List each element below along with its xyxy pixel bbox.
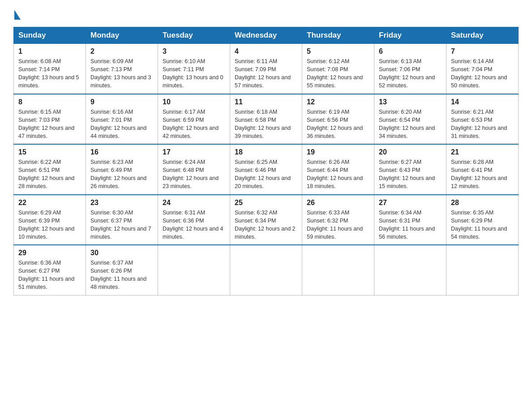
day-info: Sunrise: 6:14 AMSunset: 7:04 PMDaylight:…	[451, 57, 514, 90]
day-number: 10	[163, 98, 225, 106]
day-info: Sunrise: 6:28 AMSunset: 6:41 PMDaylight:…	[451, 158, 514, 191]
calendar-day-cell: 12Sunrise: 6:19 AMSunset: 6:56 PMDayligh…	[302, 94, 374, 145]
day-number: 3	[163, 47, 225, 56]
day-info: Sunrise: 6:30 AMSunset: 6:37 PMDaylight:…	[90, 209, 153, 241]
day-info: Sunrise: 6:21 AMSunset: 6:53 PMDaylight:…	[451, 108, 514, 141]
calendar-week-row: 1Sunrise: 6:08 AMSunset: 7:14 PMDaylight…	[14, 44, 519, 94]
day-number: 15	[18, 148, 81, 156]
calendar-day-cell: 26Sunrise: 6:33 AMSunset: 6:32 PMDayligh…	[302, 195, 374, 245]
day-number: 5	[307, 47, 369, 56]
weekday-header-wednesday: Wednesday	[230, 27, 302, 44]
day-number: 19	[307, 148, 369, 156]
calendar-day-cell: 29Sunrise: 6:36 AMSunset: 6:27 PMDayligh…	[14, 245, 86, 295]
day-info: Sunrise: 6:20 AMSunset: 6:54 PMDaylight:…	[379, 108, 442, 141]
calendar-day-cell: 30Sunrise: 6:37 AMSunset: 6:26 PMDayligh…	[86, 245, 158, 295]
calendar-day-cell: 16Sunrise: 6:23 AMSunset: 6:49 PMDayligh…	[86, 144, 158, 195]
day-info: Sunrise: 6:36 AMSunset: 6:27 PMDaylight:…	[18, 259, 81, 291]
calendar-week-row: 15Sunrise: 6:22 AMSunset: 6:51 PMDayligh…	[14, 144, 519, 195]
day-info: Sunrise: 6:34 AMSunset: 6:31 PMDaylight:…	[379, 209, 442, 241]
day-number: 8	[18, 98, 81, 106]
day-number: 22	[18, 199, 81, 207]
weekday-header-thursday: Thursday	[302, 27, 374, 44]
calendar-day-cell: 22Sunrise: 6:29 AMSunset: 6:39 PMDayligh…	[14, 195, 86, 245]
calendar-day-cell	[158, 245, 230, 295]
day-info: Sunrise: 6:15 AMSunset: 7:03 PMDaylight:…	[18, 108, 81, 141]
calendar-day-cell: 10Sunrise: 6:17 AMSunset: 6:59 PMDayligh…	[158, 94, 230, 145]
calendar-day-cell: 27Sunrise: 6:34 AMSunset: 6:31 PMDayligh…	[374, 195, 446, 245]
day-info: Sunrise: 6:13 AMSunset: 7:06 PMDaylight:…	[379, 57, 442, 90]
day-number: 13	[379, 98, 442, 106]
calendar-day-cell: 21Sunrise: 6:28 AMSunset: 6:41 PMDayligh…	[446, 144, 519, 195]
day-number: 1	[18, 47, 81, 56]
day-number: 7	[451, 47, 514, 56]
calendar-day-cell	[446, 245, 519, 295]
day-info: Sunrise: 6:10 AMSunset: 7:11 PMDaylight:…	[163, 57, 225, 90]
day-info: Sunrise: 6:24 AMSunset: 6:48 PMDaylight:…	[163, 158, 225, 191]
calendar-day-cell: 13Sunrise: 6:20 AMSunset: 6:54 PMDayligh…	[374, 94, 446, 145]
day-info: Sunrise: 6:26 AMSunset: 6:44 PMDaylight:…	[307, 158, 369, 191]
day-number: 17	[163, 148, 225, 156]
calendar-week-row: 22Sunrise: 6:29 AMSunset: 6:39 PMDayligh…	[14, 195, 519, 245]
day-number: 28	[451, 199, 514, 207]
day-number: 21	[451, 148, 514, 156]
day-number: 18	[235, 148, 297, 156]
day-info: Sunrise: 6:33 AMSunset: 6:32 PMDaylight:…	[307, 209, 369, 241]
calendar-table: SundayMondayTuesdayWednesdayThursdayFrid…	[13, 27, 519, 295]
day-info: Sunrise: 6:35 AMSunset: 6:29 PMDaylight:…	[451, 209, 514, 241]
day-info: Sunrise: 6:27 AMSunset: 6:43 PMDaylight:…	[379, 158, 442, 191]
calendar-day-cell: 17Sunrise: 6:24 AMSunset: 6:48 PMDayligh…	[158, 144, 230, 195]
day-number: 29	[18, 249, 81, 257]
calendar-day-cell: 11Sunrise: 6:18 AMSunset: 6:58 PMDayligh…	[230, 94, 302, 145]
day-info: Sunrise: 6:23 AMSunset: 6:49 PMDaylight:…	[90, 158, 153, 191]
day-info: Sunrise: 6:18 AMSunset: 6:58 PMDaylight:…	[235, 108, 297, 141]
weekday-header-tuesday: Tuesday	[158, 27, 230, 44]
day-info: Sunrise: 6:29 AMSunset: 6:39 PMDaylight:…	[18, 209, 81, 241]
weekday-header-friday: Friday	[374, 27, 446, 44]
calendar-day-cell: 19Sunrise: 6:26 AMSunset: 6:44 PMDayligh…	[302, 144, 374, 195]
weekday-header-monday: Monday	[86, 27, 158, 44]
day-number: 16	[90, 148, 153, 156]
day-number: 11	[235, 98, 297, 106]
day-info: Sunrise: 6:12 AMSunset: 7:08 PMDaylight:…	[307, 57, 369, 90]
day-number: 4	[235, 47, 297, 56]
day-info: Sunrise: 6:08 AMSunset: 7:14 PMDaylight:…	[18, 57, 81, 90]
calendar-day-cell: 20Sunrise: 6:27 AMSunset: 6:43 PMDayligh…	[374, 144, 446, 195]
day-info: Sunrise: 6:17 AMSunset: 6:59 PMDaylight:…	[163, 108, 225, 141]
calendar-week-row: 29Sunrise: 6:36 AMSunset: 6:27 PMDayligh…	[14, 245, 519, 295]
day-number: 9	[90, 98, 153, 106]
day-info: Sunrise: 6:25 AMSunset: 6:46 PMDaylight:…	[235, 158, 297, 191]
calendar-day-cell: 14Sunrise: 6:21 AMSunset: 6:53 PMDayligh…	[446, 94, 519, 145]
weekday-header-sunday: Sunday	[14, 27, 86, 44]
day-number: 30	[90, 249, 153, 257]
day-number: 12	[307, 98, 369, 106]
day-number: 26	[307, 199, 369, 207]
logo-triangle-icon	[14, 10, 21, 20]
logo	[13, 9, 21, 18]
calendar-day-cell: 5Sunrise: 6:12 AMSunset: 7:08 PMDaylight…	[302, 44, 374, 94]
day-info: Sunrise: 6:11 AMSunset: 7:09 PMDaylight:…	[235, 57, 297, 90]
weekday-header-row: SundayMondayTuesdayWednesdayThursdayFrid…	[14, 27, 519, 44]
calendar-day-cell: 18Sunrise: 6:25 AMSunset: 6:46 PMDayligh…	[230, 144, 302, 195]
calendar-day-cell	[374, 245, 446, 295]
day-info: Sunrise: 6:37 AMSunset: 6:26 PMDaylight:…	[90, 259, 153, 291]
calendar-day-cell: 2Sunrise: 6:09 AMSunset: 7:13 PMDaylight…	[86, 44, 158, 94]
day-info: Sunrise: 6:22 AMSunset: 6:51 PMDaylight:…	[18, 158, 81, 191]
calendar-day-cell: 7Sunrise: 6:14 AMSunset: 7:04 PMDaylight…	[446, 44, 519, 94]
calendar-day-cell: 8Sunrise: 6:15 AMSunset: 7:03 PMDaylight…	[14, 94, 86, 145]
calendar-day-cell: 4Sunrise: 6:11 AMSunset: 7:09 PMDaylight…	[230, 44, 302, 94]
weekday-header-saturday: Saturday	[446, 27, 519, 44]
day-info: Sunrise: 6:31 AMSunset: 6:36 PMDaylight:…	[163, 209, 225, 241]
day-info: Sunrise: 6:32 AMSunset: 6:34 PMDaylight:…	[235, 209, 297, 241]
calendar-day-cell: 25Sunrise: 6:32 AMSunset: 6:34 PMDayligh…	[230, 195, 302, 245]
day-info: Sunrise: 6:16 AMSunset: 7:01 PMDaylight:…	[90, 108, 153, 141]
day-number: 23	[90, 199, 153, 207]
day-number: 2	[90, 47, 153, 56]
calendar-week-row: 8Sunrise: 6:15 AMSunset: 7:03 PMDaylight…	[14, 94, 519, 145]
calendar-day-cell: 24Sunrise: 6:31 AMSunset: 6:36 PMDayligh…	[158, 195, 230, 245]
day-info: Sunrise: 6:09 AMSunset: 7:13 PMDaylight:…	[90, 57, 153, 90]
calendar-day-cell	[302, 245, 374, 295]
day-number: 6	[379, 47, 442, 56]
day-info: Sunrise: 6:19 AMSunset: 6:56 PMDaylight:…	[307, 108, 369, 141]
calendar-day-cell	[230, 245, 302, 295]
day-number: 20	[379, 148, 442, 156]
